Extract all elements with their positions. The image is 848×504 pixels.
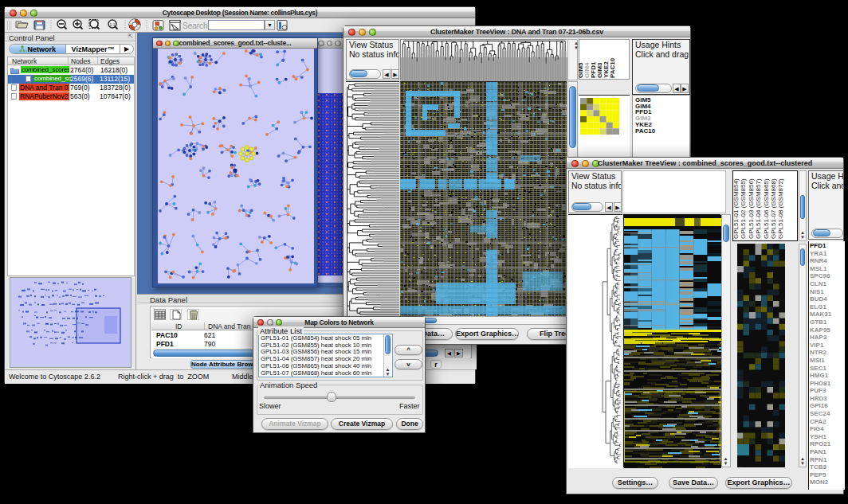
- svg-text:1:1: 1:1: [110, 22, 116, 27]
